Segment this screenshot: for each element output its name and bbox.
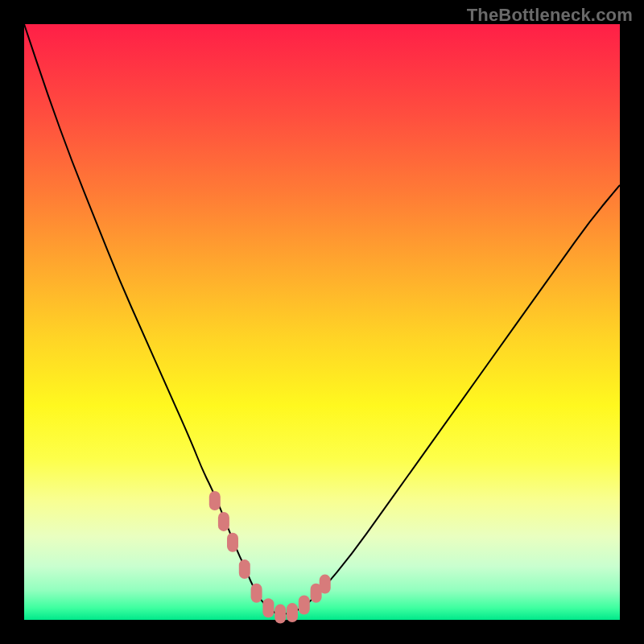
chart-frame: TheBottleneck.com — [0, 0, 644, 644]
curve-marker — [239, 559, 250, 579]
curve-marker — [287, 603, 298, 622]
curve-marker — [251, 584, 262, 603]
plot-area — [24, 24, 620, 620]
curve-marker — [262, 598, 274, 617]
curve-marker — [299, 596, 310, 615]
watermark-text: TheBottleneck.com — [467, 5, 633, 26]
curve-marker — [320, 575, 331, 594]
curve-layer — [24, 24, 620, 620]
marker-group — [209, 491, 331, 624]
curve-marker — [209, 491, 221, 510]
curve-marker — [275, 605, 286, 624]
curve-marker — [227, 533, 238, 552]
bottleneck-curve — [24, 24, 620, 614]
curve-marker — [218, 512, 229, 531]
